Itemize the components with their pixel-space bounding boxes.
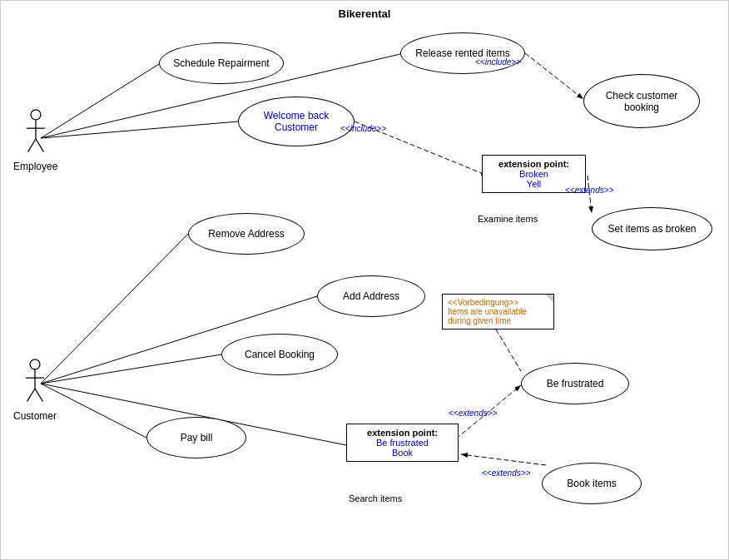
actor-employee: Employee [13, 109, 57, 172]
actor-customer: Customer [13, 359, 57, 422]
usecase-pay-bill: Pay bill [146, 417, 246, 458]
ext-point-search-line2: Book [354, 448, 451, 458]
svg-point-20 [30, 359, 40, 369]
usecase-be-frustrated: Be frustrated [521, 363, 629, 404]
svg-line-6 [41, 354, 221, 384]
ext-point-broken-line1: Broken [489, 169, 578, 179]
label-extends3: <<extends>> [482, 468, 530, 478]
label-extends2: <<extends>> [449, 409, 497, 418]
usecase-check-customer-booking: Check customer booking [583, 74, 700, 128]
label-include1: <<include>> [475, 57, 521, 67]
svg-line-9 [525, 53, 583, 99]
svg-line-2 [41, 121, 238, 138]
ext-point-broken-title: extension point: [489, 159, 578, 169]
ext-point-search: extension point: Be frustrated Book [346, 424, 459, 462]
note-text: Items are unavailable during given time [448, 307, 548, 325]
usecase-book-items: Book items [542, 463, 642, 504]
usecase-add-address: Add Address [317, 275, 425, 317]
label-extends1: <<extends>> [565, 186, 613, 195]
svg-line-18 [27, 139, 35, 151]
svg-line-23 [27, 389, 35, 401]
label-search: Search items [349, 493, 402, 503]
note-vorbedingung: <<Vorbedingung>> Items are unavailable d… [442, 294, 554, 330]
svg-line-7 [41, 384, 146, 438]
svg-line-19 [36, 139, 43, 151]
customer-label: Customer [13, 410, 57, 422]
ext-point-search-title: extension point: [354, 428, 451, 438]
svg-line-24 [35, 389, 42, 401]
label-include2: <<include>> [340, 124, 386, 133]
svg-point-15 [31, 110, 41, 120]
usecase-cancel-booking: Cancel Booking [221, 334, 338, 375]
svg-line-4 [41, 234, 188, 384]
svg-line-14 [461, 454, 546, 465]
usecase-release-rented-items: Release rented items [400, 32, 525, 74]
label-examine: Examine items [478, 214, 538, 224]
svg-line-12 [496, 330, 521, 371]
usecase-welcome-back-customer: Welcome back Customer [238, 97, 355, 146]
usecase-schedule-repairment: Schedule Repairment [159, 42, 284, 84]
employee-figure [23, 109, 48, 159]
svg-line-1 [41, 64, 159, 138]
ext-point-search-line1: Be frustrated [354, 438, 451, 448]
usecase-set-items-as-broken: Set items as broken [592, 207, 712, 250]
employee-label: Employee [13, 161, 57, 172]
diagram-title: Bikerental [339, 7, 391, 20]
usecase-remove-address: Remove Address [188, 213, 305, 255]
note-tag: <<Vorbedingung>> [448, 298, 548, 307]
diagram-container: Bikerental [0, 0, 729, 560]
customer-figure [22, 359, 47, 409]
